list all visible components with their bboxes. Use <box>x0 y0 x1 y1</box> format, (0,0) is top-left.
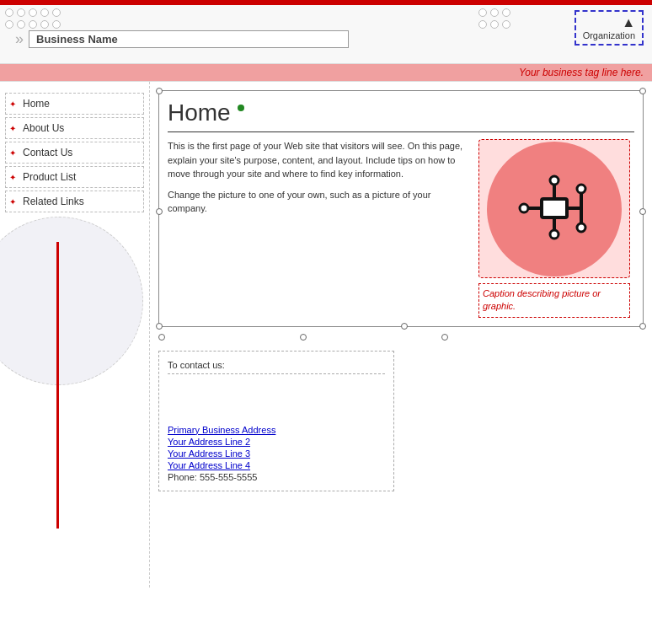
address-line3: Your Address Line 3 <box>168 448 385 459</box>
nav-arrows: » <box>15 30 24 48</box>
image-circle-bg <box>487 142 622 276</box>
home-title-wrapper: Home <box>168 99 231 130</box>
dot <box>52 8 61 17</box>
corner-dot-mr <box>639 208 646 215</box>
sidebar-item-home[interactable]: ✦ Home <box>5 93 144 115</box>
sidebar-item-label-links: Related Links <box>23 196 84 207</box>
dot <box>502 20 510 29</box>
sidebar-nav: ✦ Home ✦ About Us ✦ Contact Us ✦ Product… <box>0 93 149 212</box>
home-divider <box>168 131 634 132</box>
sidebar-item-label-about: About Us <box>23 122 64 134</box>
nav-icon-about: ✦ <box>9 124 16 133</box>
sidebar-item-label-home: Home <box>23 98 50 110</box>
header: ▲ Organization » Business Name <box>0 5 652 64</box>
footer-dot-l <box>158 334 165 341</box>
svg-point-6 <box>577 185 585 193</box>
sidebar-item-label-contact: Contact Us <box>23 147 72 158</box>
nav-icon-links: ✦ <box>9 197 16 207</box>
address-line2: Your Address Line 2 <box>168 437 385 447</box>
org-logo: ▲ Organization <box>575 10 644 46</box>
dot <box>52 20 61 29</box>
dot <box>478 8 487 17</box>
circuit-svg <box>512 167 596 251</box>
phone-line: Phone: 555-555-5555 <box>168 472 257 482</box>
home-section: Home This is the first page of your Web … <box>158 90 644 327</box>
contact-section: To contact us: Primary Business Address … <box>158 351 394 491</box>
tagline-text: Your business tag line here. <box>519 67 644 78</box>
svg-point-11 <box>550 230 558 239</box>
dot <box>29 8 37 17</box>
footer-dot-r <box>441 334 448 341</box>
home-body1: This is the first page of your Web site … <box>168 139 470 181</box>
contact-divider <box>168 373 385 374</box>
svg-point-7 <box>577 223 585 232</box>
nav-icon-home: ✦ <box>9 99 16 109</box>
svg-point-2 <box>550 176 558 185</box>
dot <box>490 20 499 29</box>
corner-dot-tr <box>639 88 646 94</box>
dot <box>5 20 13 29</box>
main-layout: ✦ Home ✦ About Us ✦ Contact Us ✦ Product… <box>0 82 652 588</box>
header-top: ▲ Organization <box>0 5 652 32</box>
to-contact-label: To contact us: <box>168 360 385 370</box>
corner-dot-ml <box>156 208 163 215</box>
tagline-bar: Your business tag line here. <box>0 64 652 82</box>
title-green-dot <box>238 105 244 111</box>
nav-icon-products: ✦ <box>9 173 16 182</box>
home-text: This is the first page of your Web site … <box>168 139 470 318</box>
dots-grid-right <box>478 8 512 30</box>
dot <box>502 8 510 17</box>
dot <box>17 20 25 29</box>
contact-spacer <box>168 383 385 425</box>
corner-dot-tl <box>156 88 163 94</box>
address-primary: Primary Business Address <box>168 425 385 435</box>
dot <box>40 8 49 17</box>
dots-grid-left <box>5 8 62 30</box>
image-placeholder <box>478 139 630 278</box>
business-name: Business Name <box>29 30 349 48</box>
dot <box>5 8 13 17</box>
sidebar-circle <box>0 217 143 385</box>
home-title: Home <box>168 99 231 126</box>
corner-dot-bl <box>156 323 163 330</box>
sidebar-item-label-products: Product List <box>23 171 76 183</box>
org-logo-icon: ▲ <box>583 15 635 30</box>
dot <box>17 8 25 17</box>
corner-dot-bm <box>401 323 408 330</box>
sidebar-item-about[interactable]: ✦ About Us <box>5 117 144 139</box>
dot <box>490 8 499 17</box>
home-image-area: Caption describing picture or graphic. <box>478 139 634 318</box>
image-caption: Caption describing picture or graphic. <box>478 283 630 318</box>
org-label: Organization <box>583 30 635 40</box>
dot <box>29 20 37 29</box>
footer-dot-m <box>300 334 307 341</box>
address-line4: Your Address Line 4 <box>168 460 385 470</box>
sidebar-item-links[interactable]: ✦ Related Links <box>5 191 144 212</box>
dot <box>40 20 49 29</box>
home-content-flex: This is the first page of your Web site … <box>168 139 634 318</box>
sidebar-item-contact[interactable]: ✦ Contact Us <box>5 142 144 164</box>
sidebar: ✦ Home ✦ About Us ✦ Contact Us ✦ Product… <box>0 82 150 588</box>
sidebar-red-line <box>56 242 59 529</box>
nav-icon-contact: ✦ <box>9 148 16 158</box>
dot <box>478 20 487 29</box>
home-body2: Change the picture to one of your own, s… <box>168 188 470 216</box>
svg-rect-0 <box>542 199 567 217</box>
sidebar-item-products[interactable]: ✦ Product List <box>5 166 144 188</box>
bottom-footer-dots <box>150 332 652 342</box>
svg-point-9 <box>520 204 528 212</box>
header-nav-row: » Business Name <box>8 30 349 48</box>
corner-dot-br <box>639 323 646 330</box>
main-content: Home This is the first page of your Web … <box>150 82 652 588</box>
